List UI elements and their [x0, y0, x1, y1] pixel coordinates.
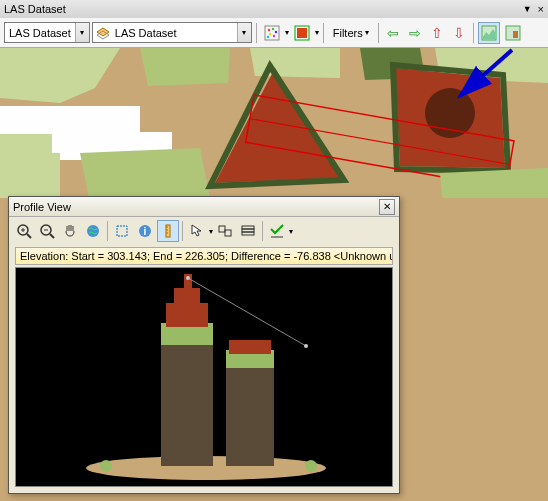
- select-points-button[interactable]: [186, 220, 208, 242]
- svg-point-5: [275, 30, 277, 32]
- combo-dropdown-icon[interactable]: ▾: [237, 23, 251, 42]
- profile-titlebar[interactable]: Profile View ✕: [9, 197, 399, 217]
- svg-point-58: [304, 344, 308, 348]
- svg-line-28: [50, 234, 54, 238]
- svg-text:i: i: [144, 226, 147, 237]
- svg-rect-54: [174, 288, 200, 306]
- svg-rect-13: [513, 31, 518, 38]
- select-button[interactable]: [111, 220, 133, 242]
- las-dataset-panel: LAS Dataset ▼ × LAS Dataset ▾ LAS Datase…: [0, 0, 548, 501]
- svg-point-7: [273, 34, 275, 36]
- svg-point-6: [269, 32, 271, 34]
- options-button[interactable]: [266, 220, 288, 242]
- svg-point-57: [186, 276, 190, 280]
- surface-dropdown-icon[interactable]: ▾: [315, 28, 319, 37]
- separator: [473, 23, 474, 43]
- svg-point-8: [267, 35, 269, 37]
- separator: [262, 221, 263, 241]
- svg-point-46: [100, 460, 112, 472]
- combo-label: LAS Dataset: [5, 27, 75, 39]
- layer-selector-combo[interactable]: LAS Dataset ▾: [92, 22, 252, 43]
- filters-button[interactable]: Filters ▾: [328, 22, 374, 44]
- separator: [323, 23, 324, 43]
- panel-dropdown-icon[interactable]: ▼: [523, 4, 532, 14]
- profile-status-bar: Elevation: Start = 303.143; End = 226.30…: [15, 247, 393, 265]
- filters-dropdown-icon: ▾: [365, 28, 369, 37]
- attribute-button[interactable]: [237, 220, 259, 242]
- identify-button[interactable]: i: [134, 220, 156, 242]
- profile-title: Profile View: [13, 201, 379, 213]
- select-dropdown-icon[interactable]: ▾: [209, 227, 213, 236]
- filters-label: Filters: [333, 27, 363, 39]
- svg-rect-38: [219, 226, 225, 232]
- surface-display-button[interactable]: [291, 22, 313, 44]
- svg-point-19: [425, 88, 475, 138]
- svg-rect-16: [0, 106, 140, 134]
- points-dropdown-icon[interactable]: ▾: [285, 28, 289, 37]
- layer-icon: [95, 25, 111, 41]
- edit-class-button[interactable]: [214, 220, 236, 242]
- profile-3d-view[interactable]: [15, 267, 393, 487]
- profile-toolbar: i ▾ ▾: [9, 217, 399, 245]
- svg-point-47: [305, 460, 317, 472]
- separator: [378, 23, 379, 43]
- pan-up-button[interactable]: ⇧: [427, 23, 447, 43]
- full-extent-button[interactable]: [82, 220, 104, 242]
- las-dataset-type-combo[interactable]: LAS Dataset ▾: [4, 22, 90, 43]
- options-dropdown-icon[interactable]: ▾: [289, 227, 293, 236]
- layer-name: LAS Dataset: [111, 27, 237, 39]
- panel-title: LAS Dataset: [4, 3, 523, 15]
- zoom-in-button[interactable]: [13, 220, 35, 242]
- combo-dropdown-icon[interactable]: ▾: [75, 23, 89, 42]
- svg-marker-0: [97, 28, 109, 36]
- svg-point-3: [268, 28, 270, 30]
- profile-close-button[interactable]: ✕: [379, 199, 395, 215]
- svg-rect-51: [161, 338, 213, 466]
- svg-rect-10: [297, 28, 307, 38]
- 3d-view-button[interactable]: [502, 22, 524, 44]
- svg-rect-31: [117, 226, 127, 236]
- svg-rect-50: [229, 340, 271, 354]
- pan-right-button[interactable]: ⇨: [405, 23, 425, 43]
- svg-rect-39: [225, 230, 231, 236]
- separator: [182, 221, 183, 241]
- pan-button[interactable]: [59, 220, 81, 242]
- pan-left-button[interactable]: ⇦: [383, 23, 403, 43]
- separator: [107, 221, 108, 241]
- svg-point-30: [87, 225, 99, 237]
- pan-down-button[interactable]: ⇩: [449, 23, 469, 43]
- point-display-button[interactable]: [261, 22, 283, 44]
- main-toolbar: LAS Dataset ▾ LAS Dataset ▾ ▾ ▾ Filters …: [0, 18, 548, 48]
- svg-rect-2: [265, 26, 279, 40]
- svg-line-24: [27, 234, 31, 238]
- svg-point-4: [272, 27, 274, 29]
- svg-rect-42: [242, 232, 254, 235]
- profile-view-window: Profile View ✕ i ▾ ▾ Elevation: Start = …: [8, 196, 400, 494]
- svg-rect-18: [0, 153, 60, 198]
- svg-rect-53: [166, 303, 208, 327]
- measure-height-button[interactable]: [157, 220, 179, 242]
- panel-close-button[interactable]: ×: [538, 3, 544, 15]
- separator: [256, 23, 257, 43]
- svg-rect-48: [226, 358, 274, 466]
- panel-titlebar: LAS Dataset ▼ ×: [0, 0, 548, 18]
- profile-view-button[interactable]: [478, 22, 500, 44]
- zoom-out-button[interactable]: [36, 220, 58, 242]
